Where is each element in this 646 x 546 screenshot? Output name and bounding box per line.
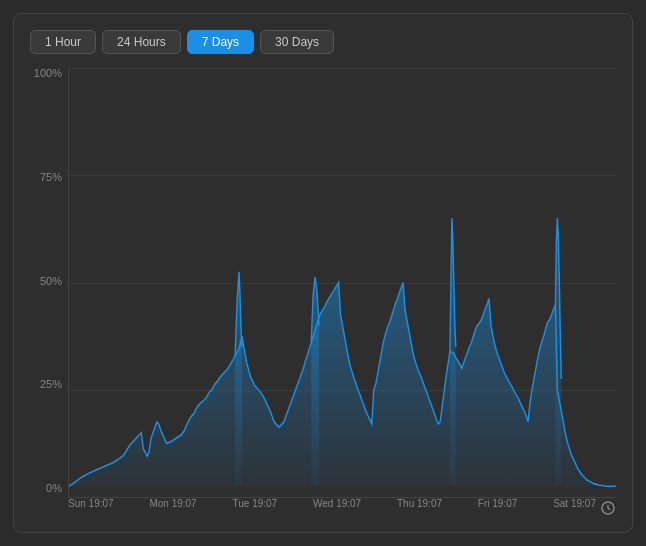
x-label-sun: Sun 19:07 <box>68 498 114 509</box>
y-label-75: 75% <box>30 172 62 183</box>
chart-plot <box>68 68 616 498</box>
y-label-25: 25% <box>30 379 62 390</box>
x-label-thu: Thu 19:07 <box>397 498 442 509</box>
chart-area: 100% 75% 50% 25% 0% <box>30 68 616 516</box>
x-label-sat: Sat 19:07 <box>553 498 596 509</box>
svg-marker-2 <box>555 218 561 486</box>
clock-icon <box>600 500 616 516</box>
tab-24hours[interactable]: 24 Hours <box>102 30 181 54</box>
tab-30days[interactable]: 30 Days <box>260 30 334 54</box>
y-label-50: 50% <box>30 276 62 287</box>
x-axis-row: Sun 19:07 Mon 19:07 Tue 19:07 Wed 19:07 … <box>68 498 616 516</box>
y-axis: 100% 75% 50% 25% 0% <box>30 68 68 516</box>
x-label-fri: Fri 19:07 <box>478 498 517 509</box>
main-container: 1 Hour 24 Hours 7 Days 30 Days 100% 75% … <box>13 13 633 533</box>
y-label-100: 100% <box>30 68 62 79</box>
x-axis: Sun 19:07 Mon 19:07 Tue 19:07 Wed 19:07 … <box>68 498 600 509</box>
tab-7days[interactable]: 7 Days <box>187 30 254 54</box>
x-label-mon: Mon 19:07 <box>149 498 196 509</box>
svg-marker-0 <box>69 283 616 487</box>
time-range-toolbar: 1 Hour 24 Hours 7 Days 30 Days <box>30 30 616 54</box>
chart-right: Sun 19:07 Mon 19:07 Tue 19:07 Wed 19:07 … <box>68 68 616 516</box>
x-label-tue: Tue 19:07 <box>233 498 278 509</box>
tab-1hour[interactable]: 1 Hour <box>30 30 96 54</box>
chart-svg <box>69 68 616 497</box>
x-label-wed: Wed 19:07 <box>313 498 361 509</box>
y-label-0: 0% <box>30 483 62 494</box>
